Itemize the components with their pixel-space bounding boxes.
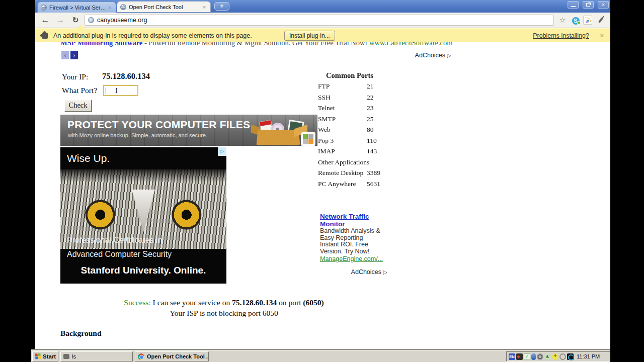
wrench-menu-icon[interactable] [596, 16, 605, 25]
ie-extension-icon[interactable]: e [583, 16, 592, 25]
result-line2: Your ISP is not blocking port 6050 [73, 309, 375, 318]
table-row: Telnet23 [318, 104, 388, 115]
url-text: canyouseeme.org [97, 17, 147, 24]
forward-button[interactable]: → [54, 15, 66, 26]
reload-button[interactable]: ↻ [69, 15, 82, 26]
cardboard-box-graphic [256, 130, 300, 145]
port-number: 21 [367, 82, 374, 94]
ad-carousel-controls: ‹ › [61, 51, 78, 59]
common-ports-title: Common Ports [318, 71, 381, 80]
netad-body-line: Version. Try Now! [320, 248, 389, 255]
port-name: Telnet [318, 104, 367, 115]
port-number: 5631 [367, 180, 380, 191]
tab-open-port-check-tool[interactable]: Open Port Check Tool × [117, 1, 211, 12]
top-ad-link[interactable]: MSP Monitoring Software [60, 42, 142, 47]
network-tray-icon[interactable] [544, 353, 551, 360]
back-button[interactable]: ← [39, 15, 51, 26]
adchoices-link[interactable]: AdChoices ▷ [377, 52, 451, 59]
carousel-prev-button[interactable]: ‹ [61, 51, 69, 59]
port-number: 110 [367, 137, 377, 148]
restore-button[interactable] [583, 1, 594, 9]
usb-tray-icon[interactable] [531, 353, 536, 360]
table-row: Web80 [318, 126, 388, 137]
system-clock: 11:31 PM [577, 353, 600, 359]
tab-close-icon[interactable]: × [201, 4, 207, 10]
antivirus-tray-icon[interactable] [552, 353, 558, 360]
stanford-owl-ad[interactable]: ▷ Wise Up. Professional Certificates in … [60, 147, 226, 284]
port-name: Remote Desktop [318, 169, 367, 180]
tab-firewall-virtual-servers[interactable]: Firewall > Virtual Servers × [37, 2, 116, 13]
screen: Firewall > Virtual Servers × Open Port C… [0, 0, 644, 362]
result-line1: Success: I can see your service on 75.12… [73, 298, 375, 307]
owl-ad-footer: Stanford University. Online. [60, 265, 226, 276]
address-bar[interactable]: canyouseeme.org [85, 15, 554, 26]
browser-toolbar: ← → ↻ canyouseeme.org ☆ S e [35, 13, 610, 28]
globe-favicon [120, 4, 126, 10]
port-input[interactable]: I [103, 85, 138, 96]
adchoices-arrow-icon: ▷ [383, 269, 387, 275]
top-ad-url-link[interactable]: www.LabTechSoftware.com [369, 42, 453, 47]
mozy-box-illustration [248, 116, 308, 146]
port-name: Other Applications [318, 158, 369, 169]
graphics-tray-icon[interactable] [567, 353, 574, 360]
netad-url-link[interactable]: ManageEngine.com/... [320, 255, 389, 262]
adchoices-label: AdChoices [351, 268, 381, 276]
check-button[interactable]: Check [64, 100, 92, 112]
mozy-banner-ad[interactable]: PROTECT YOUR COMPUTER FILES with Mozy on… [60, 115, 317, 146]
browser-window: Firewall > Virtual Servers × Open Port C… [35, 0, 610, 350]
start-button[interactable]: Start [32, 351, 58, 361]
mozy-ad-title: PROTECT YOUR COMPUTER FILES [67, 119, 250, 131]
result-port: (6050) [303, 298, 324, 307]
port-name: Pop 3 [318, 137, 367, 148]
table-row: Remote Desktop3389 [318, 169, 388, 180]
table-row: SSH22 [318, 94, 388, 105]
problems-installing-link[interactable]: Problems installing? [533, 32, 589, 39]
network-traffic-monitor-ad: Network Traffic Monitor Bandwidth Analys… [320, 213, 389, 276]
netad-body-line: Instant ROI. Free [320, 241, 389, 248]
port-name: SSH [318, 94, 367, 105]
taskbar-item-ls[interactable]: ls [60, 351, 133, 361]
install-plugin-button[interactable]: Install plug-in... [284, 31, 335, 41]
port-name: SMTP [318, 115, 367, 126]
app-icon [63, 354, 69, 359]
volume-tray-icon[interactable] [537, 353, 543, 360]
port-number: 23 [367, 104, 374, 115]
netad-body-line: Bandwidth Analysis & [320, 228, 389, 235]
top-ad-line: MSP Monitoring Software - Powerful Remot… [60, 42, 453, 47]
taskbar-item-open-port-check-tool[interactable]: Open Port Check Tool ... [135, 351, 209, 361]
language-indicator[interactable]: EN [509, 353, 515, 360]
adchoices-link[interactable]: AdChoices ▷ [320, 268, 389, 276]
port-name: PC Anywhere [318, 180, 367, 191]
adchoices-corner-icon[interactable]: ▷ [218, 147, 226, 156]
new-tab-button[interactable]: + [214, 2, 229, 11]
minimize-button[interactable] [568, 1, 579, 9]
windows-taskbar: Start ls Open Port Check Tool ... EN ✓ 1… [31, 350, 610, 362]
system-tray: EN ✓ 11:31 PM [506, 351, 610, 361]
owl-ad-headline: Wise Up. [67, 152, 110, 164]
result-ip: 75.128.60.134 [232, 298, 277, 307]
port-name: IMAP [318, 147, 367, 158]
site-globe-icon [88, 17, 94, 23]
update-check-tray-icon[interactable]: ✓ [524, 353, 530, 360]
recorder-tray-icon[interactable] [516, 353, 523, 360]
bookmark-star-icon[interactable]: ☆ [558, 16, 567, 25]
port-name: FTP [318, 82, 367, 94]
skype-extension-icon[interactable]: S [571, 16, 580, 25]
status-ring-tray-icon[interactable] [559, 353, 566, 360]
infobar-close-icon[interactable]: × [600, 32, 604, 39]
common-ports-table: Common Ports FTP21 SSH22 Telnet23 SMTP25… [318, 71, 388, 191]
result-text: on port [277, 298, 303, 307]
text-caret [106, 87, 106, 94]
mozy-ad-subtitle: with Mozy online backup. Simple, automat… [68, 132, 207, 138]
infobar-message: An additional plug-in is required to dis… [53, 32, 252, 39]
ad-grid-badge-icon[interactable] [301, 132, 315, 146]
close-button[interactable]: × [598, 1, 609, 9]
plugin-puzzle-icon [42, 33, 48, 39]
port-number: 3389 [367, 169, 380, 180]
netad-title-link[interactable]: Network Traffic Monitor [320, 213, 389, 228]
plugin-infobar: An additional plug-in is required to dis… [35, 28, 610, 42]
your-ip-value: 75.128.60.134 [102, 71, 150, 81]
carousel-next-button[interactable]: › [70, 51, 78, 59]
background-heading: Background [60, 329, 102, 338]
tab-close-icon[interactable]: × [107, 5, 113, 11]
